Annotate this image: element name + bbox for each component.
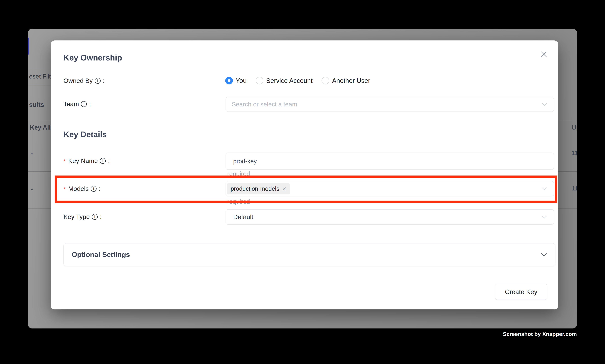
optional-settings-title: Optional Settings <box>72 250 130 259</box>
key-type-value: Default <box>226 213 253 221</box>
section-title-key-ownership: Key Ownership <box>64 53 122 62</box>
colon: : <box>103 77 105 84</box>
owned-by-label: Owned By i : <box>64 77 104 84</box>
team-select[interactable]: Search or select a team <box>226 97 554 112</box>
info-icon[interactable]: i <box>91 186 97 192</box>
table-row-updated: 11/ <box>571 150 577 156</box>
models-select[interactable]: production-models × <box>226 181 554 196</box>
chevron-down-icon <box>541 187 547 190</box>
radio-option-service-account[interactable]: Service Account <box>256 77 313 84</box>
radio-label: You <box>236 77 247 84</box>
results-count-partial: sults <box>29 101 44 108</box>
reset-filters-button-partial[interactable]: eset Filt <box>29 73 51 80</box>
key-name-validation: required <box>227 170 250 177</box>
watermark-text: Screenshot by Xnapper.com <box>503 331 577 337</box>
models-label-text: Models <box>68 185 89 193</box>
radio-label: Service Account <box>266 77 313 84</box>
key-type-label: Key Type i : <box>64 213 102 221</box>
radio-label: Another User <box>332 77 370 84</box>
screenshot-stage: eset Filt sults Key Alia Up - 11/ - 11/ … <box>0 0 605 364</box>
close-button[interactable] <box>537 48 550 61</box>
model-tag-label: production-models <box>231 185 279 192</box>
divider <box>28 85 52 85</box>
key-type-label-text: Key Type <box>64 213 90 221</box>
colon: : <box>99 185 101 193</box>
info-icon[interactable]: i <box>92 214 98 220</box>
colon: : <box>108 157 110 165</box>
key-name-value: prod-key <box>226 158 257 165</box>
optional-settings-toggle[interactable]: Optional Settings <box>64 243 555 266</box>
info-icon[interactable]: i <box>81 101 87 107</box>
required-asterisk: * <box>64 185 66 193</box>
radio-unselected-icon[interactable] <box>322 77 329 84</box>
team-label: Team i : <box>64 100 91 108</box>
radio-option-you[interactable]: You <box>225 77 247 84</box>
info-icon[interactable]: i <box>95 78 101 84</box>
colon: : <box>89 100 91 108</box>
background-blue-button-fragment <box>28 38 29 55</box>
column-header-key-alias: Key Alia <box>30 124 54 131</box>
owned-by-label-text: Owned By <box>64 77 93 84</box>
radio-unselected-icon[interactable] <box>256 77 263 84</box>
column-header-updated: Up <box>572 124 577 131</box>
models-validation: required <box>227 198 250 205</box>
section-title-key-details: Key Details <box>64 130 107 139</box>
key-name-label-text: Key Name <box>68 157 98 165</box>
divider <box>28 69 52 69</box>
team-label-text: Team <box>64 100 79 108</box>
colon: : <box>100 213 102 221</box>
chevron-down-icon <box>541 215 547 219</box>
radio-option-another-user[interactable]: Another User <box>322 77 370 84</box>
chevron-down-icon <box>541 253 547 257</box>
team-select-placeholder: Search or select a team <box>226 101 297 108</box>
info-icon[interactable]: i <box>100 158 106 164</box>
models-label: * Models i : <box>64 185 101 193</box>
key-type-select[interactable]: Default <box>226 209 554 225</box>
key-name-input[interactable]: prod-key <box>226 153 554 170</box>
close-icon <box>541 51 547 58</box>
remove-tag-icon[interactable]: × <box>283 185 286 192</box>
chevron-down-icon <box>541 103 547 106</box>
owned-by-radio-group: You Service Account Another User <box>225 77 379 84</box>
table-row-alias: - <box>31 150 33 157</box>
radio-selected-icon[interactable] <box>225 77 233 84</box>
key-name-label: * Key Name i : <box>64 157 110 165</box>
required-asterisk: * <box>64 158 66 165</box>
create-key-modal: Key Ownership Owned By i : You Service A… <box>51 40 558 310</box>
create-key-button[interactable]: Create Key <box>495 284 547 300</box>
table-row-updated: 11/ <box>571 185 577 192</box>
table-row-alias: - <box>31 185 33 193</box>
selected-model-tag: production-models × <box>227 183 290 195</box>
